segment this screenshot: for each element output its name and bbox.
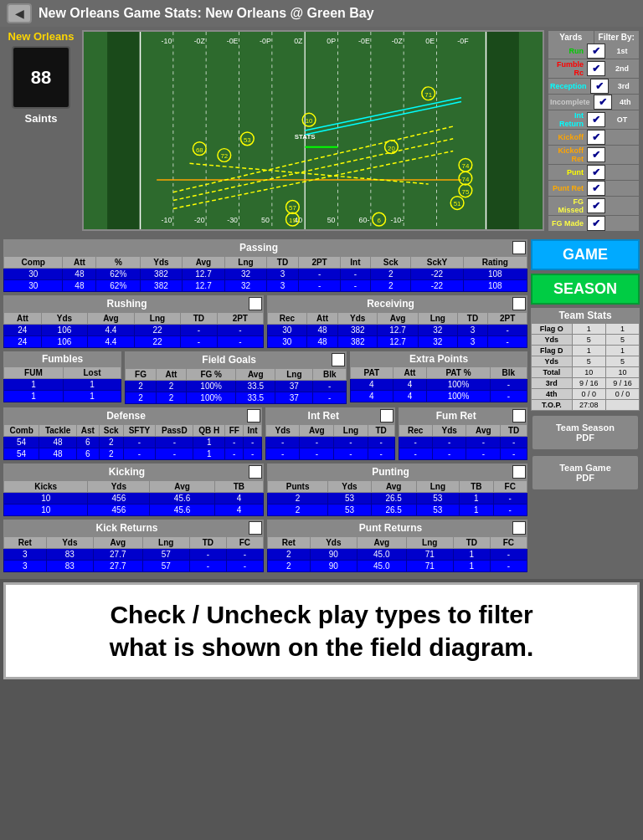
field-diagram: -10 -0Z -0E -0P 0Z 0P -0E -0Z 0E -0F -10… — [82, 30, 544, 231]
filter-fg-made-check[interactable]: ✔ — [587, 216, 605, 231]
intret-title: Int Ret — [267, 410, 380, 422]
fumbles-table: FUM Lost 1111 — [3, 366, 121, 402]
table-row: 29045.0711- — [268, 561, 527, 572]
table-cell: 27.7 — [93, 561, 142, 572]
team-season-pdf-button[interactable]: Team SeasonPDF — [531, 414, 640, 451]
k-avg: Avg — [150, 481, 215, 493]
table-cell: 4 — [214, 505, 263, 516]
def-ast: Ast — [77, 425, 100, 437]
table-cell: 6 — [77, 448, 100, 460]
table-cell: 57 — [142, 561, 189, 572]
svg-text:68: 68 — [196, 146, 203, 154]
table-row: 22100%33.537- — [126, 381, 347, 392]
table-cell: - — [266, 448, 300, 460]
table-cell: 4.4 — [88, 325, 135, 336]
table-cell: 37 — [275, 381, 313, 392]
svg-text:20: 20 — [388, 145, 395, 152]
filter-punt-ret-check[interactable]: ✔ — [587, 181, 605, 196]
svg-text:75: 75 — [462, 188, 470, 196]
table-cell: 83 — [46, 561, 93, 572]
table-cell: 83 — [46, 549, 93, 561]
field-area: New Orleans 88 Saints -10 - — [0, 27, 643, 236]
game-button[interactable]: GAME — [531, 239, 640, 270]
def-sfty: SFTY — [123, 425, 156, 437]
rushing-title: Rushing — [5, 298, 249, 310]
rush-recv-row: Rushing ☐ Att Yds Avg Lng TD 2PT 241064.… — [3, 295, 527, 351]
team-stats-row: Flag O11 — [532, 324, 640, 335]
passing-col-avg: Avg — [182, 257, 225, 269]
fieldgoals-checkbox[interactable]: ☐ — [332, 353, 345, 366]
passing-col-att: Att — [63, 257, 96, 269]
svg-text:-0F: -0F — [457, 37, 469, 45]
filter-4th-check[interactable]: ✔ — [594, 95, 612, 110]
table-row: 11 — [4, 379, 121, 391]
filter-1st-check[interactable]: ✔ — [587, 44, 605, 59]
filter-2nd-check[interactable]: ✔ — [587, 61, 605, 76]
kicking-title: Kicking — [5, 466, 249, 478]
filter-ot-check[interactable]: ✔ — [587, 112, 605, 127]
table-cell: 4 — [214, 493, 263, 505]
pr-yds: Yds — [310, 537, 357, 549]
team-stats-panel: Team Stats Flag O11Yds55Flag D11Yds55Tot… — [531, 308, 640, 411]
filter-kickoff-check[interactable]: ✔ — [587, 130, 605, 145]
header-title: New Orleans Game Stats: New Orleans @ Gr… — [39, 6, 374, 21]
table-cell: 1 — [4, 379, 64, 391]
season-button[interactable]: SEASON — [531, 274, 640, 305]
table-cell: 30 — [268, 336, 307, 348]
instruction-text: Check / Uncheck play types to filter wha… — [16, 598, 627, 663]
defense-checkbox[interactable]: ☐ — [247, 409, 260, 423]
ts-val2: 5 — [605, 335, 639, 346]
table-cell: - — [225, 437, 244, 448]
punting-checkbox[interactable]: ✔ — [512, 465, 526, 479]
filter-fg-missed-check[interactable]: ✔ — [587, 198, 605, 213]
filter-header: Yards Filter By: — [548, 31, 639, 44]
p-fc: FC — [493, 481, 527, 493]
fumret-section: Fum Ret ☐ Rec Yds Avg TD -------- — [399, 407, 528, 460]
fumret-header: Fum Ret ☐ — [399, 407, 528, 424]
team-game-pdf-button[interactable]: Team GamePDF — [531, 454, 640, 491]
table-cell: - — [490, 391, 527, 402]
table-cell: 100% — [187, 381, 236, 392]
svg-text:-20: -20 — [194, 216, 205, 224]
passing-col-pct: % — [96, 257, 141, 269]
table-cell: 3 — [266, 269, 299, 280]
fieldgoals-title: Field Goals — [126, 354, 332, 366]
filter-3rd-check[interactable]: ✔ — [590, 79, 609, 94]
extrapoints-header: Extra Points — [350, 351, 527, 366]
receiving-checkbox[interactable]: ☐ — [512, 297, 526, 310]
table-cell: - — [313, 381, 347, 392]
table-cell: 2 — [371, 269, 411, 280]
ts-label: T.O.P. — [532, 400, 573, 411]
table-row: 544862--1-- — [4, 448, 262, 460]
kickreturns-checkbox[interactable]: ✔ — [249, 521, 262, 535]
table-cell: 53 — [416, 493, 459, 505]
filter-kickoff-ret-check[interactable]: ✔ — [587, 147, 605, 162]
table-cell: 1 — [63, 391, 121, 402]
receiving-header: Receiving ☐ — [267, 295, 527, 312]
table-cell: 2 — [268, 561, 311, 572]
svg-rect-2 — [486, 32, 519, 229]
passing-checkbox[interactable]: ☐ — [512, 241, 526, 254]
table-cell: 1 — [63, 379, 121, 391]
fumbles-section: Fumbles FUM Lost 1111 — [3, 351, 121, 404]
intret-checkbox[interactable]: ☐ — [380, 409, 394, 423]
table-row: 22100%33.537- — [126, 392, 347, 404]
back-button[interactable]: ◀ — [7, 3, 32, 23]
pr-fc: FC — [490, 537, 527, 549]
svg-text:-10-: -10- — [390, 216, 404, 224]
ep-att: Att — [393, 367, 427, 379]
def-sck: Sck — [99, 425, 123, 437]
rushing-checkbox[interactable]: ☐ — [249, 297, 262, 310]
table-cell: 1 — [453, 549, 490, 561]
table-cell: - — [501, 448, 527, 460]
ts-label: Flag D — [532, 346, 573, 356]
table-cell: - — [181, 325, 217, 336]
rush-yds: Yds — [41, 313, 87, 325]
fieldgoals-table: FG Att FG % Avg Lng Blk 22100%33.537-221… — [125, 368, 347, 404]
team-stats-table: Flag O11Yds55Flag D11Yds55Total10103rd9 … — [531, 323, 640, 411]
table-row: 241064.422-- — [4, 336, 264, 348]
filter-punt-check[interactable]: ✔ — [587, 165, 605, 180]
fumret-checkbox[interactable]: ☐ — [512, 409, 526, 423]
kicking-checkbox[interactable]: ✔ — [249, 465, 262, 479]
puntreturns-checkbox[interactable]: ✔ — [512, 521, 526, 535]
